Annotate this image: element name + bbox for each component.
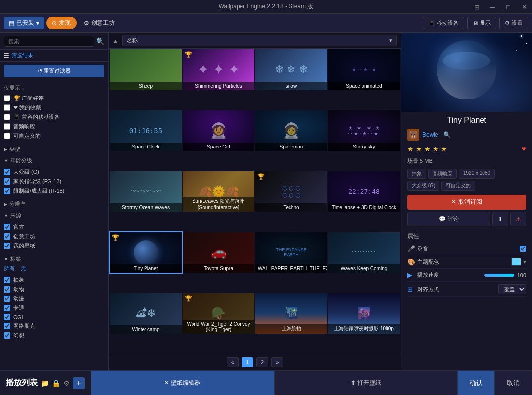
age-g-input[interactable] xyxy=(4,169,10,175)
color-swatch[interactable] xyxy=(511,258,521,266)
tag-cgi-input[interactable] xyxy=(4,314,10,320)
grid-item-space-anim[interactable]: ★ · · ★ · ★ Space animated xyxy=(328,49,400,90)
steam-icon: ⚙ xyxy=(84,20,89,27)
grid-item-shanghai2[interactable]: 🌆 上海陆家嘴夜时摄影 1080p xyxy=(328,293,400,334)
filter-label[interactable]: 筛选结果 xyxy=(11,52,33,59)
share-btn[interactable]: ⬆ xyxy=(492,212,508,226)
grid-item-ww2[interactable]: 🏆 🪖 World War 2_Tiger 2 Convoy (King Tig… xyxy=(183,293,254,334)
theme-color-label: 主题配色 xyxy=(417,258,511,266)
author-name[interactable]: Bewie xyxy=(422,131,438,138)
grid-item-tiny-planet[interactable]: 🏆 Tiny Planet xyxy=(110,232,182,273)
grid-item-winter[interactable]: 🏕❄ Winter camp xyxy=(110,293,182,334)
main-toolbar: ▤ 已安装 ▾ ⊙ 发现 ⚙ 创意工坊 📱 移动设备 🖥 显示 ⚙ 设置 xyxy=(0,14,532,33)
tag-animal-input[interactable] xyxy=(4,286,10,293)
recording-checkbox[interactable] xyxy=(520,246,526,252)
tag-cartoon-input[interactable] xyxy=(4,305,10,311)
checkbox-mobile-input[interactable] xyxy=(4,114,10,120)
sort-select[interactable]: 名称 ▾ xyxy=(122,35,397,46)
tag-anime-input[interactable] xyxy=(4,296,10,302)
checkbox-audio: 音频响应 xyxy=(4,122,104,131)
author-search-icon[interactable]: 🔍 xyxy=(443,131,451,138)
page-1-btn[interactable]: 1 xyxy=(242,357,253,367)
sort-btn[interactable]: ▲ xyxy=(113,38,118,44)
display-btn[interactable]: 🖥 显示 xyxy=(467,17,496,29)
tag-fantasy-input[interactable] xyxy=(4,332,10,339)
installed-btn[interactable]: ▤ 已安装 ▾ xyxy=(4,17,44,29)
resolution-section-header[interactable]: ▶ 分辨率 xyxy=(0,198,108,209)
grid-item-space-girl[interactable]: 👩‍🚀 Space Girl xyxy=(183,110,254,151)
grid-item-waves[interactable]: 〰〰〰 Waves Keep Coming xyxy=(328,232,400,273)
align-select[interactable]: 覆盖 xyxy=(498,284,526,294)
flag-btn[interactable]: ⚠ xyxy=(510,212,526,226)
tag-abstract-input[interactable] xyxy=(4,277,10,283)
restore-btn[interactable]: □ xyxy=(500,0,516,14)
page-2-btn[interactable]: 2 xyxy=(256,357,268,367)
reset-filter-btn[interactable]: ↺ 重置过滤器 xyxy=(4,65,104,77)
tag-cyber-input[interactable] xyxy=(4,323,10,329)
age-pg13-label: 家长指导级 (PG-13) xyxy=(13,178,61,185)
discover-btn[interactable]: ⊙ 发现 xyxy=(46,17,77,29)
tag-resolution: 1920 x 1080 xyxy=(459,169,495,179)
add-playlist-btn[interactable]: + xyxy=(73,377,85,389)
tag-cartoon: 卡通 xyxy=(4,303,104,313)
source-mine-input[interactable] xyxy=(4,243,10,249)
grid-item-sheep[interactable]: Sheep xyxy=(110,49,182,90)
folder-icon[interactable]: 📁 xyxy=(41,379,49,387)
prev-page-btn[interactable]: « xyxy=(227,357,239,367)
search-icon[interactable]: 🔍 xyxy=(96,37,104,45)
close-btn[interactable]: ✕ xyxy=(516,0,532,14)
minimize-btn[interactable]: ─ xyxy=(484,0,500,14)
tag-all-link[interactable]: 所有 xyxy=(4,265,15,272)
grid-item-stormy[interactable]: 〰〰〰 Stormy Ocean Waves xyxy=(110,171,182,212)
tag-section-header[interactable]: ▼ 标签 xyxy=(0,252,108,264)
bottom-right-actions: 确认 取消 xyxy=(458,371,532,395)
speed-value: 100 xyxy=(517,272,526,278)
mobile-btn[interactable]: 📱 移动设备 xyxy=(423,17,464,29)
grid-item-shimmer[interactable]: 🏆 ✦ ✦ ✦ Shimmering Particles xyxy=(183,49,254,90)
grid-item-snow[interactable]: ❄ ❄ ❄ snow xyxy=(255,49,327,90)
grid-item-expanse[interactable]: THE EXPANSEEARTH WALLPAPER_EARTH_THE_EXP… xyxy=(255,232,327,273)
checkbox-favorites-input[interactable] xyxy=(4,104,10,111)
color-dropdown-icon[interactable]: ▾ xyxy=(523,258,526,265)
editor-btn[interactable]: ✕ 壁纸编辑器 xyxy=(91,371,274,395)
unsubscribe-btn[interactable]: ✕ 取消订阅 xyxy=(407,195,526,210)
speed-bar[interactable] xyxy=(484,274,514,277)
grid-item-timelapse[interactable]: 22:27:48 Time lapse + 3D Digital Clock xyxy=(328,171,400,212)
next-page-btn[interactable]: » xyxy=(271,357,283,367)
gear-small-icon[interactable]: ⚙ xyxy=(63,379,70,387)
search-input[interactable] xyxy=(4,36,94,47)
star-1: ★ xyxy=(407,145,414,153)
grid-item-techno[interactable]: 🏆 ⬡ ⬡ ⬡⬡ ⬡ ⬡ Techno xyxy=(255,171,327,212)
workshop-btn[interactable]: ⚙ 创意工坊 xyxy=(79,17,120,29)
checkbox-audio-input[interactable] xyxy=(4,123,10,130)
source-official-input[interactable] xyxy=(4,224,10,230)
expand-btn[interactable]: ⊞ xyxy=(469,0,484,14)
settings-btn[interactable]: ⚙ 设置 xyxy=(499,17,528,29)
tag-abstract: 抽象 xyxy=(407,169,426,179)
age-pg13-input[interactable] xyxy=(4,178,10,185)
age-section-header[interactable]: ▼ 年龄分级 xyxy=(0,154,108,165)
source-section-header[interactable]: ▼ 来源 xyxy=(0,209,108,220)
cancel-btn[interactable]: 取消 xyxy=(494,371,532,395)
tag-arrow: ▼ xyxy=(4,257,8,262)
comment-btn[interactable]: 💬 评论 xyxy=(407,212,490,226)
grid-item-starry[interactable]: ★ · ★ · ·★ · ★· · ★ · ★ · · ★ Starry sky xyxy=(328,110,400,151)
mobile-icon: 📱 xyxy=(428,20,435,26)
grid-item-shanghai[interactable]: 🌃 上海航拍 xyxy=(255,293,327,334)
confirm-btn[interactable]: 确认 xyxy=(458,371,494,395)
source-workshop-input[interactable] xyxy=(4,233,10,240)
grid-item-sun-leaves[interactable]: 🍂🌞🍂 Sun/Leaves 阳光与落叶 [Sound/Interactive] xyxy=(183,171,254,212)
grid-item-space-clock[interactable]: 01:16:55 Space Clock xyxy=(110,110,182,151)
open-wallpaper-btn[interactable]: ⬆ 打开壁纸 xyxy=(274,371,458,395)
type-section-header[interactable]: ▶ 类型 xyxy=(0,143,108,154)
grid-item-toyota[interactable]: 🚗 Toyota Supra xyxy=(183,232,254,273)
grid-item-spaceman[interactable]: 🧑‍🚀 Spaceman xyxy=(255,110,327,151)
checkbox-custom-input[interactable] xyxy=(4,133,10,139)
checkbox-popular-input[interactable] xyxy=(4,95,10,101)
tag-none-link[interactable]: 无 xyxy=(21,265,26,272)
age-r18-input[interactable] xyxy=(4,188,10,194)
favorite-btn[interactable]: ♥ xyxy=(522,145,527,153)
tag-cgi: CGI xyxy=(4,313,104,321)
lock-icon[interactable]: 🔒 xyxy=(52,379,60,387)
grid-item-label: Winter camp xyxy=(110,325,182,334)
